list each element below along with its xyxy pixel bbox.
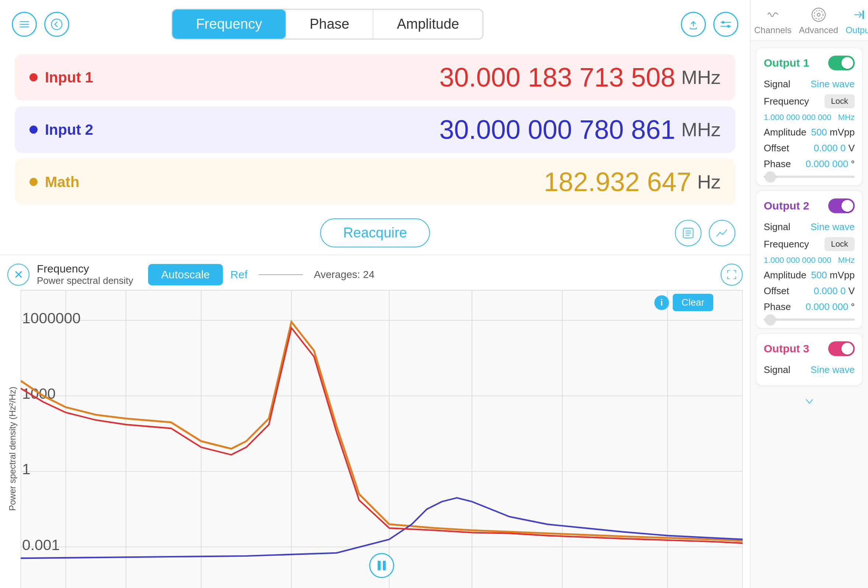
svg-text:1: 1 [22,461,31,477]
output1-amp-row: Amplitude 500 mVpp [764,124,855,140]
output1-offset-unit: V [849,143,855,153]
top-bar: Frequency Phase Amplitude [0,0,750,48]
measurements-section: Input 1 30.000 183 713 508 MHz Input 2 3… [0,48,750,211]
output1-amp-unit: mVpp [830,127,855,138]
top-right-icons [681,12,738,37]
output2-lock-button[interactable]: Lock [825,237,855,251]
output2-amp-row: Amplitude 500 mVpp [764,267,855,283]
pause-button[interactable] [369,553,394,578]
sidebar: Channels Advanced Output Output 1 Signal… [750,0,868,588]
output1-signal-value[interactable]: Sine wave [810,78,855,90]
settings-button[interactable] [713,12,738,37]
math-row[interactable]: Math 182.932 647 Hz [15,159,735,205]
output2-freq-unit: MHz [838,255,855,265]
averages-label: Averages: 24 [314,269,375,281]
output2-amp-label: Amplitude [764,270,806,281]
svg-text:0.001: 0.001 [22,536,60,553]
output3-card: Output 3 Signal Sine wave [756,334,862,385]
input2-row[interactable]: Input 2 30.000 000 780 861 MHz [15,106,735,153]
output2-toggle[interactable] [828,199,855,213]
menu-button[interactable] [12,12,37,37]
tab-phase[interactable]: Phase [285,10,373,39]
output2-phase-slider[interactable] [764,318,855,321]
expand-button[interactable] [720,264,743,286]
output2-toggle-thumb [841,200,853,212]
output1-freq-value-row: 1.000 000 000 000 MHz [764,111,855,124]
math-value: 182.932 647 [544,167,691,197]
output2-offset-row: Offset 0.000 0 V [764,283,855,299]
output2-freq-value-row: 1.000 000 000 000 MHz [764,253,855,267]
input1-unit: MHz [681,66,720,88]
chart-inner: i Clear [21,290,743,588]
output2-phase-value[interactable]: 0.000 000 [806,301,849,312]
math-unit: Hz [697,171,720,193]
math-label: Math [45,174,119,190]
right-control-icons [675,220,735,246]
output2-phase-unit: ° [851,301,855,312]
output1-phase-value[interactable]: 0.000 000 [806,158,849,169]
svg-point-3 [52,19,62,29]
input1-value: 30.000 183 713 508 [440,62,676,93]
output1-amp-value[interactable]: 500 [811,127,827,138]
nav-item-channels[interactable]: Channels [750,0,795,40]
output1-freq-label: Frequency [764,96,809,107]
nav-item-advanced[interactable]: Advanced [795,0,842,40]
chevron-down[interactable] [756,391,862,413]
output2-header: Output 2 [764,199,855,213]
output2-amp-value[interactable]: 500 [811,270,827,281]
chart-svg: 1000000 1000 1 0.001 200 mHz [21,290,743,588]
output2-freq-row: Frequency Lock [764,235,855,253]
output1-freq-value[interactable]: 1.000 000 000 000 [764,113,831,122]
chart-y-label: Power spectral density (Hz²/Hz) [7,290,18,588]
tab-frequency[interactable]: Frequency [173,10,286,39]
notes-button[interactable] [675,220,701,246]
upload-button[interactable] [681,12,706,37]
sidebar-nav: Channels Advanced Output [750,0,868,41]
svg-text:1000000: 1000000 [22,309,81,327]
output3-signal-row: Signal Sine wave [764,362,855,378]
output1-phase-row: Phase 0.000 000 ° [764,156,855,172]
output2-card: Output 2 Signal Sine wave Frequency Lock… [756,191,862,328]
output3-toggle-thumb [841,343,853,355]
output2-signal-value[interactable]: Sine wave [810,221,855,233]
tab-amplitude[interactable]: Amplitude [373,10,483,39]
output1-offset-row: Offset 0.000 0 V [764,140,855,156]
input1-label: Input 1 [45,69,119,86]
output1-offset-label: Offset [764,143,789,154]
svg-rect-42 [862,10,864,19]
svg-point-40 [814,10,823,19]
autoscale-button[interactable]: Autoscale [148,264,223,285]
svg-point-7 [727,25,730,27]
clear-button[interactable]: Clear [673,294,713,311]
output1-offset-value[interactable]: 0.000 0 [814,143,846,153]
output1-phase-slider[interactable] [764,175,855,178]
output1-freq-row: Frequency Lock [764,92,855,111]
controls-row: Reacquire [0,211,750,255]
output3-signal-value[interactable]: Sine wave [810,364,855,376]
reacquire-button[interactable]: Reacquire [320,218,430,248]
output1-toggle-thumb [841,57,853,69]
ref-button[interactable]: Ref [230,268,248,281]
output2-freq-value[interactable]: 1.000 000 000 000 [764,255,831,265]
chart-title: Frequency [37,262,133,275]
trend-button[interactable] [709,220,735,246]
chart-info-row: i Clear [654,294,713,311]
output2-title: Output 2 [764,200,809,212]
output2-offset-label: Offset [764,285,789,297]
back-button[interactable] [44,12,69,37]
chart-wrapper: Power spectral density (Hz²/Hz) i Clear [7,290,743,588]
input1-row[interactable]: Input 1 30.000 183 713 508 MHz [15,54,735,100]
svg-rect-38 [383,561,386,570]
output3-toggle[interactable] [828,341,855,356]
info-icon[interactable]: i [654,295,669,310]
output1-title: Output 1 [764,57,809,69]
output2-signal-row: Signal Sine wave [764,219,855,235]
output3-header: Output 3 [764,341,855,356]
input2-unit: MHz [681,119,720,141]
chart-header: ✕ Frequency Power spectral density Autos… [7,262,743,286]
output1-lock-button[interactable]: Lock [825,94,855,108]
close-chart-button[interactable]: ✕ [7,264,30,286]
output2-offset-value[interactable]: 0.000 0 [814,285,846,296]
nav-item-output[interactable]: Output [842,0,868,40]
output1-toggle[interactable] [828,56,855,70]
